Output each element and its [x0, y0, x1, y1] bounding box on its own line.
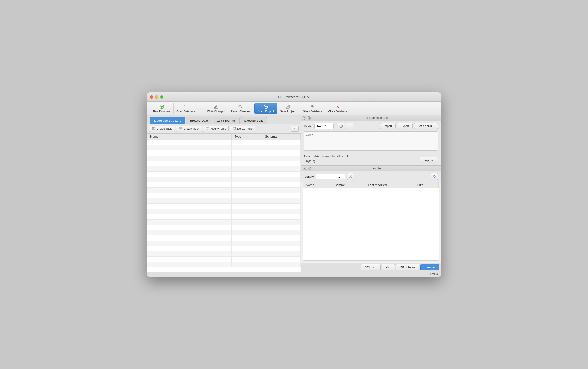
remote-title: Remote — [312, 167, 439, 170]
open-database-label: Open Database — [177, 110, 195, 113]
new-database-button[interactable]: New Database — [150, 103, 174, 114]
mode-chevrons-icon: ▲ ▼ — [324, 124, 326, 128]
save-project-label: Save Project — [280, 110, 295, 113]
svg-point-35 — [350, 175, 351, 177]
tab-remote[interactable]: Remote — [420, 264, 439, 270]
sub-toolbar: Create Table Create Index — [147, 124, 301, 134]
remote-header: ✕ ⊙ Remote — [301, 166, 441, 171]
folder-open-icon — [183, 104, 189, 110]
table-row — [147, 140, 301, 145]
titlebar: DB Browser for SQLite — [147, 92, 441, 102]
main-toolbar: New Database Open Database ▼ — [147, 102, 441, 115]
remote-col-size: Size — [414, 182, 438, 188]
revert-icon — [238, 104, 243, 110]
tab-execute-sql[interactable]: Execute SQL — [240, 117, 267, 124]
delete-table-label: Delete Table — [237, 127, 253, 130]
identity-chevrons-icon: ▲ ▼ — [338, 175, 343, 179]
remote-detach-button[interactable]: ⊙ — [307, 167, 311, 170]
tab-edit-pragmas[interactable]: Edit Pragmas — [212, 117, 240, 124]
edit-cell-detach-button[interactable]: ⊙ — [307, 116, 311, 120]
table-row — [147, 193, 301, 198]
attach-icon — [310, 104, 315, 110]
apply-button[interactable]: Apply — [420, 157, 438, 163]
close-db-icon — [335, 104, 340, 110]
window-title: DB Browser for SQLite — [278, 95, 310, 99]
tab-database-structure[interactable]: Database Structure — [150, 117, 185, 124]
close-database-button[interactable]: Close Database — [325, 103, 350, 114]
table-row — [147, 188, 301, 193]
edit-cell-close-button[interactable]: ✕ — [303, 116, 306, 120]
mode-icon-button-2[interactable] — [346, 123, 354, 130]
remote-refresh-button[interactable] — [430, 173, 438, 180]
identity-row: Identity ▲ ▼ — [301, 171, 441, 182]
edit-cell-header: ✕ ⊙ Edit Database Cell — [301, 115, 441, 121]
export-button[interactable]: Export — [397, 123, 413, 129]
table-row — [147, 241, 301, 246]
table-row — [147, 262, 301, 267]
tab-sql-log[interactable]: SQL Log — [361, 264, 380, 270]
attach-database-button[interactable]: Attach Database — [300, 103, 325, 114]
identity-manage-button[interactable] — [347, 173, 354, 180]
delete-table-button[interactable]: Delete Table — [230, 126, 255, 132]
close-window-button[interactable] — [150, 95, 153, 99]
table-row — [147, 235, 301, 241]
cell-info-text: Type of data currently in cell: NULL 0 b… — [304, 154, 349, 163]
mode-label: Mode: — [304, 124, 312, 128]
mode-row: Mode: Text ▲ ▼ — [301, 121, 441, 131]
create-table-button[interactable]: Create Table — [149, 126, 175, 132]
create-index-icon — [179, 127, 183, 131]
create-table-label: Create Table — [157, 127, 172, 130]
modify-table-label: Modify Table — [210, 127, 226, 130]
structure-table: Name Type Schema — [147, 134, 301, 267]
tab-bar: Database Structure Browse Data Edit Prag… — [147, 115, 301, 124]
tab-db-schema[interactable]: DB Schema — [396, 264, 420, 270]
identity-value — [318, 175, 337, 179]
svg-rect-19 — [179, 128, 182, 130]
create-index-button[interactable]: Create Index — [176, 126, 202, 132]
edit-cell-panel: ✕ ⊙ Edit Database Cell Mode: Text ▲ ▼ — [301, 115, 441, 166]
cell-type-info: Type of data currently in cell: NULL — [304, 154, 349, 159]
chevron-down-icon: ▼ — [200, 107, 202, 110]
table-row — [147, 246, 301, 251]
expand-icon: >> — [293, 127, 296, 130]
open-project-label: Open Project — [257, 110, 274, 112]
minimize-window-button[interactable] — [155, 95, 158, 99]
svg-rect-24 — [206, 127, 209, 130]
identity-label: Identity — [304, 175, 314, 179]
status-bar: UTF-8 — [147, 272, 441, 277]
table-row — [147, 204, 301, 209]
col-type-header: Type — [231, 134, 262, 140]
cell-size-info: 0 byte(s) — [304, 159, 349, 163]
modify-table-button[interactable]: Modify Table — [203, 126, 229, 132]
open-database-button[interactable]: Open Database — [174, 103, 198, 114]
remote-close-button[interactable]: ✕ — [303, 167, 306, 170]
expand-toolbar-button[interactable]: >> — [291, 126, 299, 132]
revert-changes-label: Revert Changes — [231, 110, 250, 113]
cell-editor[interactable]: NULL — [304, 131, 438, 151]
right-panel: ✕ ⊙ Edit Database Cell Mode: Text ▲ ▼ — [301, 115, 441, 272]
tab-browse-data[interactable]: Browse Data — [186, 117, 212, 124]
write-changes-button[interactable]: Write Changes — [204, 103, 228, 114]
save-project-button[interactable]: Save Project — [277, 103, 298, 114]
open-project-button[interactable]: Open Project — [254, 103, 277, 114]
table-row — [147, 209, 301, 214]
tab-plot[interactable]: Plot — [381, 264, 395, 270]
mode-value: Text — [316, 124, 322, 128]
separator-1 — [204, 104, 204, 113]
set-null-button[interactable]: Set as NULL — [414, 123, 438, 129]
remote-col-modified: Last modified — [365, 182, 414, 188]
svg-rect-26 — [233, 127, 236, 130]
open-database-dropdown[interactable]: ▼ — [199, 107, 203, 110]
mode-icon-button-1[interactable] — [337, 123, 345, 130]
new-database-label: New Database — [153, 110, 170, 113]
write-changes-label: Write Changes — [207, 110, 225, 113]
table-row — [147, 166, 301, 172]
svg-rect-14 — [152, 127, 155, 130]
mode-select[interactable]: Text ▲ ▼ — [314, 123, 334, 129]
identity-select[interactable]: ▲ ▼ — [316, 174, 345, 180]
revert-changes-button[interactable]: Revert Changes — [228, 103, 253, 114]
import-button[interactable]: Import — [380, 123, 396, 129]
edit-cell-title: Edit Database Cell — [312, 116, 439, 120]
table-row — [147, 150, 301, 156]
zoom-window-button[interactable] — [160, 95, 163, 99]
